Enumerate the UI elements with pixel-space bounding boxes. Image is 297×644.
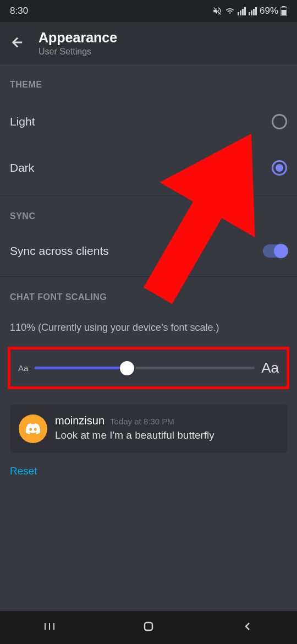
reset-button[interactable]: Reset bbox=[10, 453, 37, 489]
sync-section: SYNC Sync across clients bbox=[0, 196, 297, 272]
font-scaling-title: CHAT FONT SCALING bbox=[10, 277, 287, 311]
font-scaling-status: 110% (Currently using your device's font… bbox=[10, 311, 287, 337]
signal-icon-2 bbox=[249, 7, 257, 15]
app-header: Appearance User Settings bbox=[0, 22, 297, 64]
battery-text: 69% bbox=[260, 6, 278, 17]
slider-highlight-annotation: Aa Aa bbox=[8, 347, 289, 389]
sync-section-title: SYNC bbox=[10, 196, 287, 230]
svg-rect-4 bbox=[249, 12, 250, 15]
svg-rect-6 bbox=[253, 9, 255, 15]
svg-rect-3 bbox=[244, 7, 246, 15]
wifi-icon bbox=[224, 7, 235, 15]
svg-rect-0 bbox=[238, 12, 239, 15]
font-size-small-label: Aa bbox=[18, 363, 28, 373]
page-title: Appearance bbox=[38, 30, 117, 46]
nav-home-icon[interactable] bbox=[142, 620, 155, 635]
slider-thumb[interactable] bbox=[120, 361, 134, 375]
theme-option-dark[interactable]: Dark bbox=[10, 145, 287, 191]
user-avatar bbox=[19, 414, 47, 443]
svg-rect-16 bbox=[145, 623, 152, 630]
theme-dark-label: Dark bbox=[10, 161, 34, 174]
message-preview: moinzisun Today at 8:30 PM Look at me I'… bbox=[10, 405, 287, 453]
theme-section-title: THEME bbox=[10, 64, 287, 99]
svg-rect-2 bbox=[242, 9, 244, 15]
sync-toggle-label: Sync across clients bbox=[10, 244, 109, 258]
font-scaling-section: CHAT FONT SCALING 110% (Currently using … bbox=[0, 277, 297, 489]
theme-option-light[interactable]: Light bbox=[10, 99, 287, 145]
toggle-switch-on[interactable] bbox=[263, 244, 287, 258]
battery-icon bbox=[280, 6, 287, 16]
status-time: 8:30 bbox=[10, 6, 28, 17]
android-navbar bbox=[0, 611, 297, 644]
font-size-large-label: Aa bbox=[261, 359, 279, 376]
radio-unselected-icon bbox=[272, 114, 287, 129]
svg-rect-10 bbox=[282, 10, 287, 15]
status-icons: 69% bbox=[212, 6, 287, 17]
svg-rect-1 bbox=[240, 10, 241, 15]
sync-toggle-row[interactable]: Sync across clients bbox=[10, 230, 287, 272]
signal-icon bbox=[238, 7, 246, 15]
preview-timestamp: Today at 8:30 PM bbox=[110, 417, 174, 426]
nav-back-icon[interactable] bbox=[241, 620, 254, 635]
status-bar: 8:30 69% bbox=[0, 0, 297, 22]
nav-recents-icon[interactable] bbox=[43, 620, 56, 635]
font-scale-slider[interactable] bbox=[35, 367, 255, 369]
svg-rect-7 bbox=[255, 7, 257, 15]
radio-selected-icon bbox=[272, 160, 287, 176]
mute-icon bbox=[212, 6, 222, 16]
theme-light-label: Light bbox=[10, 115, 35, 128]
theme-section: THEME Light Dark bbox=[0, 64, 297, 191]
preview-message-body: Look at me I'm a beautiful butterfly bbox=[55, 429, 278, 441]
svg-rect-5 bbox=[251, 10, 252, 15]
preview-username: moinzisun bbox=[55, 414, 105, 427]
page-subtitle: User Settings bbox=[38, 47, 117, 57]
back-arrow-icon[interactable] bbox=[10, 35, 25, 52]
